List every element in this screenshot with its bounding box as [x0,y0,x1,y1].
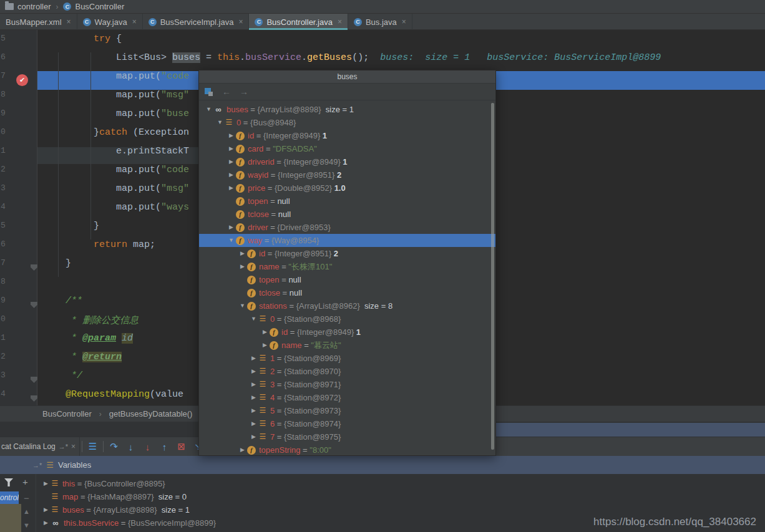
expand-arrow-icon[interactable]: ▶ [227,168,236,181]
code-line[interactable]: List<Bus> buses = this.busService.getBus… [37,52,765,71]
expand-arrow-icon[interactable]: ▶ [249,417,258,430]
tree-row[interactable]: ▶fprice = {Double@8952} 1.0 [199,181,495,195]
expand-arrow-icon[interactable]: ▼ [204,103,213,116]
close-icon[interactable]: × [67,17,71,26]
tree-row[interactable]: ftclose = null [199,208,495,221]
close-icon[interactable]: × [71,442,76,451]
tree-row[interactable]: ▼fstations = {ArrayList@8962} size = 8 [199,299,495,312]
tree-row[interactable]: ▶☰buses = {ArrayList@8898} size = 1 [36,503,765,516]
tree-row[interactable]: ftclose = null [199,286,495,299]
remove-watch-button[interactable]: − [24,493,29,503]
tree-row[interactable]: ▶☰5 = {Station@8973} [199,404,495,417]
expand-arrow-icon[interactable]: ▶ [260,326,270,339]
pin-icon[interactable]: →* [32,462,42,469]
expand-arrow-icon[interactable]: ▶ [260,339,270,352]
fold-marker-icon[interactable] [31,377,37,383]
tree-row[interactable]: ▶fid = {Integer@8951} 2 [199,247,495,260]
tree-row[interactable]: ▶ftopenString = "8:00" [199,443,495,455]
tree-row[interactable]: ftopen = null [199,195,495,208]
expand-arrow-icon[interactable]: ▶ [238,260,247,273]
frames-list-fragment[interactable]: ontrol [0,491,19,504]
close-icon[interactable]: × [402,17,406,26]
scroll-to-end-icon[interactable]: →* [59,443,68,450]
expand-arrow-icon[interactable]: ▼ [227,234,236,247]
tree-row[interactable]: ▶fdriverid = {Integer@8949} 1 [199,155,495,168]
expand-arrow-icon[interactable]: ▶ [238,247,247,260]
expand-arrow-icon[interactable]: ▶ [41,503,51,516]
tree-row[interactable]: ftopen = null [199,273,495,286]
tree-row[interactable]: ▼fway = {Way@8954} [199,234,495,247]
expand-arrow-icon[interactable]: ▶ [249,430,258,443]
breakpoint-icon[interactable]: ✔ [16,74,28,86]
editor-gutter[interactable]: 56789012345678901234✔ [0,30,37,405]
tab-Way.java[interactable]: CWay.java× [77,14,143,30]
expand-arrow-icon[interactable]: ▶ [249,391,258,404]
debugger-inspect-popup[interactable]: buses ← → ▼∞buses = {ArrayList@8898} siz… [198,70,496,456]
expand-arrow-icon[interactable]: ▼ [215,116,225,129]
add-watch-button[interactable]: + [22,476,28,487]
tree-row[interactable]: ▶☰4 = {Station@8972} [199,391,495,404]
close-icon[interactable]: × [338,17,342,26]
expand-arrow-icon[interactable]: ▶ [41,516,51,530]
tree-row[interactable]: ▶fname = "暮云站" [199,339,495,352]
expand-arrow-icon[interactable]: ▼ [238,299,247,312]
tab-BusController.java[interactable]: CBusController.java× [249,14,348,30]
step-into-icon[interactable]: ↓ [122,442,139,452]
tree-row[interactable]: ▼☰0 = {Station@8968} [199,312,495,326]
expand-arrow-icon[interactable]: ▶ [227,142,236,155]
expand-arrow-icon[interactable]: ▼ [249,312,258,326]
expand-arrow-icon[interactable]: ▶ [227,155,236,168]
tree-row[interactable]: ▶☰3 = {Station@8971} [199,378,495,391]
move-down-button[interactable]: ▼ [23,521,30,529]
close-icon[interactable]: × [238,17,243,26]
tab-Bus.java[interactable]: CBus.java× [348,14,412,30]
tab-catalina-log[interactable]: cat Catalina Log →* × [0,437,80,456]
tree-row[interactable]: ▶☰1 = {Station@8969} [199,352,495,365]
breadcrumb-class-bottom[interactable]: BusController [42,409,92,418]
popup-toolbar: ← → [199,84,495,100]
tab-BusServiceImpl.java[interactable]: CBusServiceImpl.java× [143,14,250,30]
close-icon[interactable]: × [132,17,137,26]
fold-marker-icon[interactable] [31,264,37,271]
filter-icon[interactable] [4,478,13,486]
back-icon[interactable]: ← [222,87,231,97]
tree-row[interactable]: ▼∞buses = {ArrayList@8898} size = 1 [199,103,495,116]
breadcrumb-class[interactable]: BusController [75,2,124,11]
step-over-icon[interactable]: ↷ [105,441,122,452]
code-line[interactable]: try { [37,34,765,52]
tree-row[interactable]: ▶fcard = "DFSADSA" [199,142,495,155]
expand-arrow-icon[interactable]: ▶ [249,365,258,378]
expand-arrow-icon[interactable]: ▶ [227,129,236,142]
tree-row[interactable]: ▶fwayid = {Integer@8951} 2 [199,168,495,181]
force-step-into-icon[interactable]: ↓ [139,442,156,452]
console-settings-icon[interactable]: ☰ [84,441,101,452]
move-up-button[interactable]: ▲ [23,508,30,515]
step-out-icon[interactable]: ↑ [156,442,173,452]
expand-arrow-icon[interactable]: ▶ [238,443,247,455]
tab-BusMapper.xml[interactable]: BusMapper.xml× [0,14,77,30]
show-referring-objects-icon[interactable] [205,88,213,96]
tree-row[interactable]: ▶fid = {Integer@8949} 1 [199,129,495,142]
forward-icon[interactable]: → [240,87,248,97]
tree-row[interactable]: ☰map = {HashMap@8897} size = 0 [36,490,765,503]
tree-row[interactable]: ▼☰0 = {Bus@8948} [199,116,495,129]
tree-row[interactable]: ▶☰this = {BusController@8895} [36,477,765,490]
breadcrumb-package[interactable]: controller [17,2,51,11]
breadcrumb-method-bottom[interactable]: getBusesByDatatable() [109,409,193,418]
expand-arrow-icon[interactable]: ▶ [249,352,258,365]
tree-row[interactable]: ▶fid = {Integer@8949} 1 [199,326,495,339]
popup-scrollbar[interactable] [491,103,494,450]
tree-row[interactable]: ▶fname = "长株潭101" [199,260,495,273]
expand-arrow-icon[interactable]: ▶ [249,378,258,391]
expand-arrow-icon[interactable]: ▶ [41,477,51,490]
tree-row[interactable]: ▶☰2 = {Station@8970} [199,365,495,378]
fold-marker-icon[interactable] [31,302,37,308]
tree-row[interactable]: ▶☰7 = {Station@8975} [199,430,495,443]
fold-marker-icon[interactable] [31,395,37,402]
expand-arrow-icon[interactable]: ▶ [227,181,236,195]
drop-frame-icon[interactable]: ⊠ [173,441,190,452]
expand-arrow-icon[interactable]: ▶ [249,404,258,417]
expand-arrow-icon[interactable]: ▶ [227,221,236,234]
tree-row[interactable]: ▶fdriver = {Driver@8953} [199,221,495,234]
tree-row[interactable]: ▶☰6 = {Station@8974} [199,417,495,430]
